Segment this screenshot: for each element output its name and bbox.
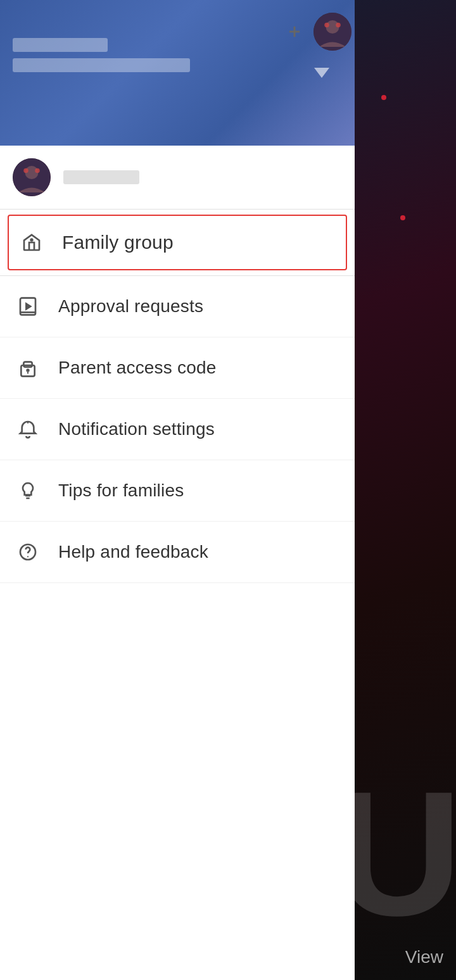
help-icon bbox=[15, 539, 41, 565]
drawer-panel: Family group Approval requests Parent ac… bbox=[0, 0, 355, 980]
svg-marker-12 bbox=[25, 302, 32, 310]
background-panel: U bbox=[355, 0, 456, 980]
decorative-dot-2 bbox=[400, 215, 405, 220]
svg-point-20 bbox=[27, 556, 28, 557]
approval-requests-label: Approval requests bbox=[58, 296, 203, 317]
menu-item-parent-access-code[interactable]: Parent access code bbox=[0, 337, 355, 399]
svg-point-5 bbox=[336, 23, 341, 28]
svg-point-8 bbox=[23, 168, 28, 173]
svg-point-10 bbox=[30, 238, 33, 241]
svg-point-9 bbox=[35, 168, 40, 173]
lock-icon bbox=[15, 355, 41, 380]
user-section bbox=[0, 146, 355, 210]
menu-item-help-and-feedback[interactable]: Help and feedback bbox=[0, 522, 355, 583]
view-button[interactable]: View bbox=[405, 947, 443, 967]
header-bar-2 bbox=[13, 58, 190, 72]
svg-point-4 bbox=[324, 23, 329, 28]
bell-icon bbox=[15, 417, 41, 442]
header-bar-1 bbox=[13, 38, 108, 52]
top-right-icons bbox=[283, 13, 352, 51]
svg-point-16 bbox=[26, 368, 29, 372]
menu-item-notification-settings[interactable]: Notification settings bbox=[0, 399, 355, 460]
dropdown-arrow-icon[interactable] bbox=[314, 68, 329, 78]
add-icon[interactable] bbox=[283, 20, 306, 43]
family-group-label: Family group bbox=[62, 232, 174, 253]
help-and-feedback-label: Help and feedback bbox=[58, 542, 208, 562]
menu-item-approval-requests[interactable]: Approval requests bbox=[0, 276, 355, 337]
avatar[interactable] bbox=[314, 13, 352, 51]
decorative-dot-1 bbox=[381, 95, 386, 100]
parent-access-code-label: Parent access code bbox=[58, 358, 217, 378]
user-avatar[interactable] bbox=[13, 158, 51, 196]
menu-item-tips-for-families[interactable]: Tips for families bbox=[0, 460, 355, 522]
notification-settings-label: Notification settings bbox=[58, 419, 215, 439]
play-icon bbox=[15, 294, 41, 319]
home-icon bbox=[19, 230, 44, 255]
user-name-placeholder bbox=[63, 170, 139, 184]
menu-item-family-group[interactable]: Family group bbox=[8, 215, 347, 270]
lightbulb-icon bbox=[15, 478, 41, 503]
tips-for-families-label: Tips for families bbox=[58, 481, 184, 501]
